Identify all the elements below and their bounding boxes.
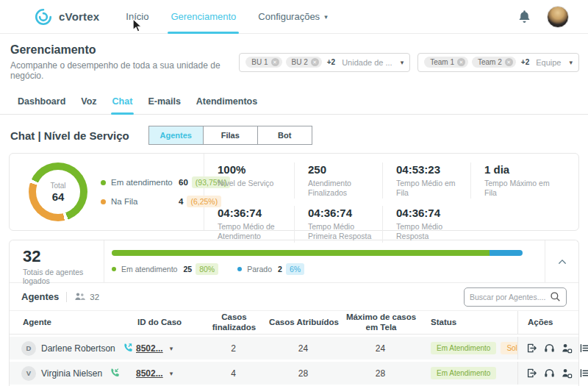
filter-chip: BU 2 ✕ — [286, 57, 322, 68]
kpi-tempo-medio-resposta: 04:36:74 Tempo Médio Resposta — [382, 206, 470, 242]
tab-chat[interactable]: Chat — [112, 88, 133, 114]
agents-list-title: Agentes — [21, 291, 59, 302]
logout-icon[interactable] — [526, 343, 537, 354]
chevron-down-icon: ▾ — [324, 13, 328, 21]
pct-badge: 6% — [286, 263, 304, 275]
search-icon[interactable] — [550, 291, 561, 302]
blue-dot-icon — [237, 267, 242, 271]
case-id-cell: 8502... ▾ — [136, 368, 202, 379]
nav-item-gerenciamento[interactable]: Gerenciamento — [171, 0, 236, 34]
agents-toolbar: Agentes 32 — [10, 283, 578, 311]
col-status[interactable]: Status — [419, 318, 517, 327]
user-avatar[interactable] — [547, 6, 569, 28]
tab-emails[interactable]: E-mails — [148, 88, 180, 114]
section-title: Chat | Nível de Serviço — [10, 129, 129, 142]
casos-finalizados-value: 2 — [202, 343, 265, 354]
toggle-bot[interactable]: Bot — [257, 126, 312, 145]
case-id-link[interactable]: 8502... — [136, 343, 163, 354]
kpi-atendimentos-finalizados: 250 Atendimento Finalizados — [294, 162, 382, 199]
pct-badge: 80% — [196, 263, 218, 275]
status-badge: Solicitou — [501, 342, 517, 354]
col-id-caso[interactable]: ID do Caso — [136, 318, 202, 327]
user-config-icon[interactable] — [562, 368, 573, 379]
legend-item: Parado 2 6% — [237, 263, 304, 275]
kpi-empty — [470, 206, 578, 242]
business-unit-filter[interactable]: BU 1 ✕ BU 2 ✕ +2 Unidade de ... ▾ — [239, 53, 410, 72]
team-filter[interactable]: Team 1 ✕ Team 2 ✕ +2 Equipe ▾ — [417, 53, 579, 72]
page-subtitle: Acompanhe o desempenho de toda a sua uni… — [10, 60, 239, 81]
agents-total-block: 32 Totais de agentes logados — [10, 240, 104, 282]
status-cell: Em Atendimento — [419, 367, 517, 379]
queue-list-icon[interactable] — [579, 343, 588, 354]
agents-total-label: Totais de agentes logados — [23, 268, 104, 285]
divider — [66, 292, 67, 302]
case-id-link[interactable]: 8502... — [136, 368, 163, 379]
chevron-up-icon — [558, 259, 567, 265]
people-icon — [74, 292, 86, 301]
service-kpi-card: Total 64 Em atendimento 60 (93,75%) Na F… — [9, 153, 579, 231]
cvortex-logo-icon — [34, 7, 53, 26]
status-cell: Em Atendimento Solicitou — [419, 342, 517, 354]
toggle-agentes[interactable]: Agentes — [148, 126, 204, 145]
table-row: V Virginia Nielsen 8502... ▾ 4 28 28 Em … — [10, 362, 578, 385]
chevron-down-icon: ▾ — [569, 59, 573, 66]
table-row: D Darlene Robertson 8502... ▾ 2 24 24 Em… — [10, 337, 578, 360]
green-dot-icon — [112, 267, 116, 271]
col-maximo-casos[interactable]: Máximo de casos em Tela — [342, 312, 419, 332]
orange-dot-icon — [101, 199, 106, 204]
casos-atribuidos-value: 24 — [265, 343, 342, 354]
brand[interactable]: cVortex — [34, 7, 99, 26]
search-box — [464, 287, 567, 307]
filter-label: Equipe — [536, 58, 561, 67]
headset-icon[interactable] — [544, 343, 555, 354]
toggle-filas[interactable]: Filas — [203, 126, 258, 145]
col-agente[interactable]: Agente — [10, 318, 136, 327]
chevron-down-icon[interactable]: ▾ — [170, 370, 173, 377]
kpi-nivel-servico: 100% Nível de Serviço — [204, 162, 294, 199]
avatar: V — [21, 366, 36, 381]
queue-list-icon[interactable] — [579, 368, 588, 379]
phone-incoming-icon[interactable] — [109, 368, 120, 379]
chip-remove-icon[interactable]: ✕ — [457, 58, 465, 66]
nav-item-configuracoes[interactable]: Configurações ▾ — [258, 0, 327, 34]
search-input[interactable] — [470, 293, 550, 301]
phone-forward-icon[interactable] — [122, 343, 133, 354]
chip-remove-icon[interactable]: ✕ — [311, 58, 319, 66]
status-badge: Em Atendimento — [431, 342, 496, 354]
bar-segment-parado — [490, 250, 523, 256]
kpi-tempo-medio-atendimento: 04:36:74 Tempo Médio de Atendimento — [204, 206, 294, 242]
logout-icon[interactable] — [526, 368, 537, 379]
headset-icon[interactable] — [544, 368, 555, 379]
bar-segment-em-atendimento — [112, 250, 490, 256]
chip-remove-icon[interactable]: ✕ — [505, 58, 513, 66]
agent-cell: V Virginia Nielsen — [10, 366, 136, 381]
col-acoes: Ações — [517, 311, 578, 334]
chevron-down-icon: ▾ — [401, 59, 404, 66]
chevron-down-icon[interactable]: ▾ — [170, 345, 173, 352]
avatar: D — [21, 341, 36, 356]
col-casos-atribuidos[interactable]: Casos Atribuídos — [265, 318, 342, 327]
header-filters: BU 1 ✕ BU 2 ✕ +2 Unidade de ... ▾ Team 1… — [239, 53, 579, 72]
section-tabs: Dashboard Voz Chat E-mails Atendimentos — [0, 88, 588, 115]
notification-bell-icon[interactable] — [518, 10, 531, 24]
table-header: Agente ID do Caso Casos finalizados Caso… — [10, 311, 578, 335]
user-config-icon[interactable] — [562, 343, 573, 354]
total-donut-chart: Total 64 — [29, 162, 87, 221]
agents-count: 32 — [90, 293, 99, 301]
tab-voz[interactable]: Voz — [81, 88, 96, 114]
tab-dashboard[interactable]: Dashboard — [18, 88, 65, 114]
filter-chip: Team 1 ✕ — [424, 57, 468, 68]
chip-more-count: +2 — [521, 58, 529, 66]
col-casos-finalizados[interactable]: Casos finalizados — [202, 312, 265, 332]
filter-label: Unidade de ... — [342, 58, 392, 67]
collapse-button[interactable] — [545, 240, 578, 282]
status-badge: Em Atendimento — [431, 367, 496, 379]
chip-remove-icon[interactable]: ✕ — [271, 58, 279, 66]
agents-summary: 32 Totais de agentes logados Em atendime… — [10, 240, 578, 283]
service-level-section: Chat | Nível de Serviço Agentes Filas Bo… — [0, 115, 588, 153]
tab-atendimentos[interactable]: Atendimentos — [196, 88, 257, 114]
casos-atribuidos-value: 28 — [265, 368, 342, 379]
donut-center-value: 64 — [52, 190, 65, 203]
kpi-tempo-medio-primeira-resposta: 04:36:74 Tempo Médio Primeira Resposta — [294, 206, 382, 242]
view-toggle: Agentes Filas Bot — [148, 126, 312, 145]
